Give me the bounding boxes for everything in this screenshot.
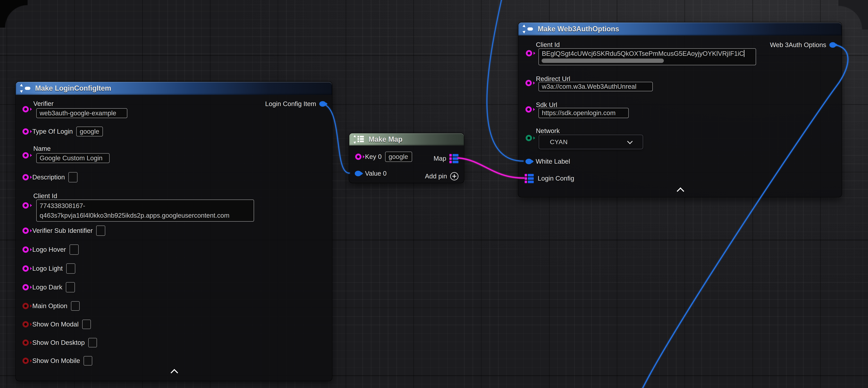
type-of-login-label: Type Of Login [32,128,73,135]
node-title: Make Map [369,135,402,144]
client-id-input[interactable]: 774338308167- q463s7kpvja16l4l0kko3nb925… [36,200,254,221]
sdk-url-input[interactable]: https://sdk.openlogin.com [538,108,629,118]
output-pin-web3auth-options[interactable] [829,42,836,48]
client-id-pin[interactable] [23,202,29,209]
network-pin[interactable] [526,135,532,141]
make-map-icon [354,135,365,144]
map-output-row: Map [434,153,459,165]
show-on-mobile-pin[interactable] [23,358,29,364]
key0-pin[interactable] [355,154,362,160]
verifier-label: Verifier [33,100,54,108]
network-dropdown[interactable]: CYAN [539,135,643,149]
collapse-node-chevron-icon[interactable] [677,187,684,195]
verifier-sub-identifier-row: Verifier Sub Identifier [16,225,105,237]
logo-dark-pin[interactable] [23,284,29,290]
logo-light-input[interactable] [66,263,75,274]
description-label: Description [32,174,65,181]
wire-glow [458,158,524,178]
show-on-desktop-label: Show On Desktop [32,339,85,347]
output-pin-login-config-item[interactable] [319,101,326,107]
sdk-url-label: Sdk Url [536,101,557,109]
key0-input[interactable]: google [385,152,412,162]
show-on-mobile-checkbox[interactable] [84,356,92,365]
redirect-url-input[interactable]: w3a://com.w3a.Web3AuthUnreal [538,82,653,91]
show-on-desktop-pin[interactable] [23,339,29,346]
verifier-input[interactable]: web3auth-google-example [36,108,127,118]
canvas-corner-vignette-top-right [838,0,868,30]
map-output-pin[interactable] [450,154,459,163]
collapse-node-chevron-icon[interactable] [170,369,178,376]
wire-map-to-login-config[interactable] [458,158,524,178]
node-title: Make LoginConfigItem [35,84,111,92]
key0-row: Key 0 google [349,151,412,163]
output-pin-label: Login Config Item [265,100,316,108]
main-option-pin[interactable] [23,303,29,309]
description-pin[interactable] [23,174,29,180]
show-on-modal-checkbox[interactable] [82,320,91,329]
description-input[interactable] [68,172,78,182]
logo-light-pin[interactable] [23,265,29,272]
logo-hover-pin[interactable] [23,246,29,253]
name-label: Name [33,145,51,152]
verifier-sub-identifier-pin[interactable] [23,228,29,234]
login-config-pin[interactable] [525,174,534,183]
key0-label: Key 0 [365,153,381,160]
node-header-make-loginconfigitem[interactable]: Make LoginConfigItem [16,82,332,95]
name-input[interactable]: Google Custom Login [36,153,110,163]
node-make-map[interactable]: Make Map Key 0 google Map Value 0 Add pi… [349,133,464,183]
add-pin-label: Add pin [425,173,447,180]
value0-row: Value 0 [349,168,386,179]
node-make-loginconfigitem[interactable]: Make LoginConfigItem Login Config Item V… [16,82,332,381]
sdk-url-pin[interactable] [525,106,532,113]
show-on-mobile-label: Show On Mobile [32,357,80,364]
client-id-pin[interactable] [526,50,532,56]
client-id-input[interactable]: BEglQSgt4cUWcj6SKRdu5QkOXTsePmMcusG5EAoy… [538,48,756,65]
blueprint-graph-canvas[interactable]: Make LoginConfigItem Login Config Item V… [0,0,868,388]
redirect-url-label: Redirect Url [536,75,570,83]
name-pin[interactable] [23,152,29,158]
login-config-row: Login Config [518,173,574,184]
network-label: Network [536,127,560,135]
add-pin-row[interactable]: Add pin [425,170,459,182]
make-struct-icon [523,25,534,33]
node-header-make-web3authoptions[interactable]: Make Web3AuthOptions [518,23,842,35]
chevron-down-icon [627,139,633,144]
show-on-mobile-row: Show On Mobile [16,355,92,367]
logo-light-row: Logo Light [16,263,75,274]
logo-dark-row: Logo Dark [16,281,75,293]
type-of-login-pin[interactable] [23,128,29,135]
show-on-modal-label: Show On Modal [32,321,79,328]
login-config-label: Login Config [538,175,574,182]
value0-label: Value 0 [365,170,386,177]
horizontal-scrollbar-thumb[interactable] [541,59,664,63]
output-row-login-config-item: Login Config Item [265,98,326,110]
output-row-web3auth-options: Web 3Auth Options [770,39,836,51]
logo-dark-label: Logo Dark [32,283,62,291]
logo-dark-input[interactable] [66,282,75,292]
client-id-label: Client Id [33,192,57,200]
wire-offscreen-to-white-label[interactable] [487,0,523,161]
main-option-checkbox[interactable] [71,301,80,311]
logo-hover-row: Logo Hover [16,244,79,256]
description-row: Description [16,171,78,183]
white-label-row: White Label [518,155,570,168]
white-label-label: White Label [536,158,570,165]
logo-hover-input[interactable] [69,244,79,255]
logo-hover-label: Logo Hover [32,246,66,253]
node-make-web3authoptions[interactable]: Make Web3AuthOptions Web 3Auth Options C… [518,22,842,197]
type-of-login-input[interactable]: google [76,126,103,137]
redirect-url-pin[interactable] [525,80,532,86]
white-label-pin[interactable] [525,159,532,164]
type-of-login-row: Type Of Login google [16,126,103,138]
verifier-sub-identifier-input[interactable] [96,226,105,236]
output-pin-label: Web 3Auth Options [770,41,826,49]
value0-pin[interactable] [355,171,362,176]
show-on-desktop-checkbox[interactable] [88,338,97,348]
node-header-make-map[interactable]: Make Map [349,133,464,146]
node-title: Make Web3AuthOptions [538,25,619,33]
show-on-desktop-row: Show On Desktop [16,337,97,349]
wire-glow [487,0,523,161]
show-on-modal-pin[interactable] [23,321,29,327]
add-pin-plus-icon[interactable] [450,172,459,180]
verifier-pin[interactable] [23,106,29,112]
